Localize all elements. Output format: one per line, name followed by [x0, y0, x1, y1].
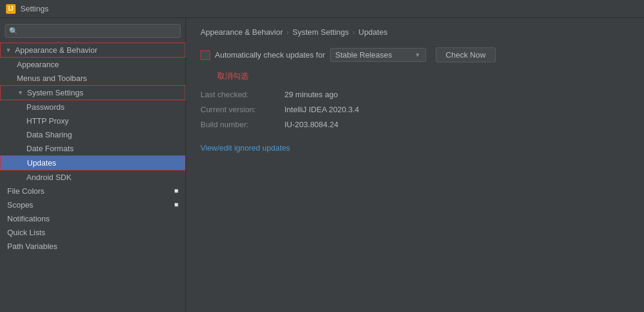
- breadcrumb-part-2: System Settings: [292, 28, 349, 37]
- last-checked-row: Last checked: 29 minutes ago: [200, 90, 630, 99]
- sidebar-label-http-proxy: HTTP Proxy: [26, 116, 69, 125]
- sidebar-label-date-formats: Date Formats: [26, 144, 74, 153]
- sidebar-item-appearance[interactable]: Appearance: [0, 58, 185, 71]
- sidebar-item-system-settings[interactable]: ▼ System Settings: [0, 85, 185, 100]
- current-version-row: Current version: IntelliJ IDEA 2020.3.4: [200, 105, 630, 114]
- sidebar-item-date-formats[interactable]: Date Formats: [0, 142, 185, 155]
- updates-form: Automatically check updates for Stable R…: [200, 47, 630, 152]
- sidebar-label-passwords: Passwords: [26, 103, 65, 112]
- sidebar-item-data-sharing[interactable]: Data Sharing: [0, 128, 185, 142]
- release-type-dropdown[interactable]: Stable Releases ▼: [330, 48, 426, 62]
- expand-arrow-appearance-behavior: ▼: [5, 47, 14, 53]
- search-box[interactable]: 🔍: [5, 24, 181, 38]
- main-container: 🔍 ▼ Appearance & Behavior Appearance Men…: [0, 18, 644, 312]
- sidebar-item-appearance-behavior[interactable]: ▼ Appearance & Behavior: [0, 43, 185, 58]
- sidebar-label-appearance-behavior: Appearance & Behavior: [15, 46, 97, 55]
- build-number-row: Build number: IU-203.8084.24: [200, 120, 630, 129]
- breadcrumb: Appearance & Behavior › System Settings …: [200, 28, 630, 37]
- breadcrumb-part-3: Updates: [358, 28, 387, 37]
- title-bar: IJ Settings: [0, 0, 644, 18]
- sidebar-item-scopes[interactable]: Scopes ◽: [0, 198, 185, 212]
- dropdown-selected-value: Stable Releases: [336, 50, 393, 59]
- sidebar-label-scopes: Scopes: [7, 200, 33, 209]
- sidebar-label-appearance: Appearance: [17, 60, 59, 69]
- auto-check-checkbox[interactable]: [200, 50, 210, 60]
- dropdown-arrow-icon: ▼: [415, 52, 421, 58]
- expand-arrow-system-settings: ▼: [17, 89, 26, 96]
- cancel-hint: 取消勾选: [217, 71, 630, 82]
- sidebar-item-passwords[interactable]: Passwords: [0, 100, 185, 114]
- breadcrumb-sep-1: ›: [286, 28, 289, 37]
- file-colors-icon: ◽: [172, 187, 181, 195]
- sidebar-item-quick-lists[interactable]: Quick Lists: [0, 226, 185, 239]
- sidebar-item-menus-toolbars[interactable]: Menus and Toolbars: [0, 71, 185, 85]
- sidebar-item-android-sdk[interactable]: Android SDK: [0, 170, 185, 184]
- sidebar-label-menus-toolbars: Menus and Toolbars: [17, 74, 87, 83]
- last-checked-label: Last checked:: [200, 90, 284, 99]
- search-icon: 🔍: [9, 27, 18, 35]
- sidebar-item-updates[interactable]: Updates: [0, 155, 185, 170]
- sidebar-label-notifications: Notifications: [7, 214, 50, 223]
- content-area: Appearance & Behavior › System Settings …: [186, 18, 644, 312]
- sidebar-label-updates: Updates: [27, 158, 56, 167]
- view-ignored-updates-link[interactable]: View/edit ignored updates: [200, 143, 290, 152]
- breadcrumb-sep-2: ›: [352, 28, 355, 37]
- sidebar-item-notifications[interactable]: Notifications: [0, 212, 185, 226]
- sidebar-label-android-sdk: Android SDK: [26, 173, 71, 182]
- breadcrumb-part-1: Appearance & Behavior: [200, 28, 283, 37]
- last-checked-value: 29 minutes ago: [284, 90, 338, 99]
- build-number-label: Build number:: [200, 120, 284, 129]
- sidebar: 🔍 ▼ Appearance & Behavior Appearance Men…: [0, 18, 186, 312]
- search-input[interactable]: [20, 26, 176, 35]
- check-now-button[interactable]: Check Now: [436, 47, 496, 62]
- app-icon: IJ: [6, 4, 16, 14]
- sidebar-label-quick-lists: Quick Lists: [7, 228, 46, 237]
- scopes-icon: ◽: [172, 201, 181, 209]
- sidebar-label-file-colors: File Colors: [7, 187, 44, 196]
- current-version-label: Current version:: [200, 105, 284, 114]
- sidebar-label-system-settings: System Settings: [27, 88, 83, 97]
- sidebar-label-data-sharing: Data Sharing: [26, 130, 72, 139]
- build-number-value: IU-203.8084.24: [284, 120, 339, 129]
- current-version-value: IntelliJ IDEA 2020.3.4: [284, 105, 359, 114]
- auto-check-row: Automatically check updates for Stable R…: [200, 47, 630, 62]
- sidebar-item-http-proxy[interactable]: HTTP Proxy: [0, 114, 185, 128]
- window-title: Settings: [20, 4, 49, 13]
- auto-check-label: Automatically check updates for: [215, 50, 325, 59]
- sidebar-item-file-colors[interactable]: File Colors ◽: [0, 184, 185, 198]
- sidebar-label-path-variables: Path Variables: [7, 242, 58, 251]
- sidebar-item-path-variables[interactable]: Path Variables: [0, 239, 185, 253]
